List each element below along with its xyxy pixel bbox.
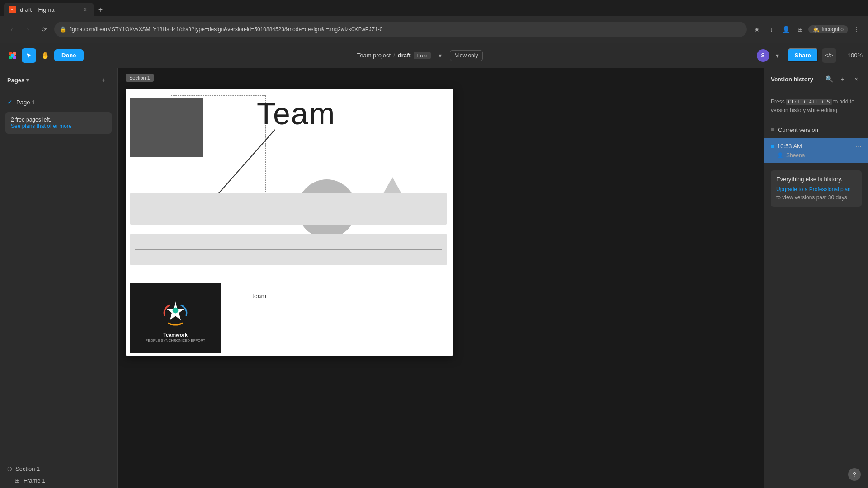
- add-page-btn[interactable]: +: [97, 74, 110, 86]
- version-add-btn[interactable]: +: [837, 74, 848, 84]
- teamwork-image: Teamwork PEOPLE SYNCHRONIZED EFFORT: [130, 283, 221, 353]
- avatar-dropdown[interactable]: ▾: [771, 49, 784, 62]
- svg-point-10: [173, 308, 179, 314]
- url-text: figma.com/file/nMSTY1OKvvXSMLY18HsH41/dr…: [69, 26, 741, 33]
- pages-header: Pages ▾ +: [0, 68, 117, 92]
- current-version-dot: [771, 128, 774, 131]
- tab-close-btn[interactable]: ×: [81, 6, 89, 13]
- page-item-1[interactable]: ✓ Page 1: [0, 96, 117, 108]
- browser-chrome: F draft – Figma × + ‹ › ⟳ 🔒 figma.com/fi…: [0, 0, 868, 43]
- nav-actions: ★ ↓ 👤 ⊞ 🕵 Incognito ⋮: [750, 23, 863, 36]
- free-pages-title: 2 free pages left.: [11, 117, 106, 123]
- frame-icon: ⊞: [14, 477, 20, 484]
- browser-tabs: F draft – Figma × +: [0, 0, 868, 16]
- team-label: team: [252, 292, 266, 300]
- new-tab-button[interactable]: +: [94, 4, 107, 16]
- free-badge: Free: [414, 52, 431, 59]
- back-button[interactable]: ‹: [5, 23, 18, 36]
- layers-list: ⬡ Section 1 ⊞ Frame 1: [0, 461, 117, 488]
- version-history-panel: Version history 🔍 + × Press Ctrl + Alt +…: [764, 68, 868, 488]
- user-avatar[interactable]: S: [757, 49, 769, 62]
- incognito-badge: 🕵 Incognito: [808, 25, 848, 33]
- section-tooltip: Section 1: [126, 74, 154, 82]
- incognito-label: Incognito: [821, 26, 844, 33]
- share-button[interactable]: Share: [788, 48, 818, 62]
- browser-nav: ‹ › ⟳ 🔒 figma.com/file/nMSTY1OKvvXSMLY18…: [0, 16, 868, 42]
- frame-1-layer[interactable]: ⊞ Frame 1: [0, 474, 117, 486]
- main-toolbar: ✋ Done Team project / draft Free ▾ View …: [0, 43, 868, 68]
- forward-button[interactable]: ›: [22, 23, 34, 36]
- version-panel-actions: 🔍 + ×: [824, 74, 862, 84]
- current-version-label: Current version: [778, 127, 818, 133]
- refresh-button[interactable]: ⟳: [38, 23, 51, 36]
- gray-bar-2: [130, 234, 447, 265]
- version-panel-header: Version history 🔍 + ×: [764, 68, 868, 90]
- project-name: Team project: [357, 52, 391, 59]
- frame-layer-label: Frame 1: [24, 477, 45, 484]
- pages-title: Pages ▾: [7, 77, 29, 84]
- svg-text:F: F: [11, 8, 13, 11]
- shortcut-badge: Ctrl + Alt + S: [786, 99, 832, 105]
- lock-icon: 🔒: [60, 26, 66, 33]
- done-button[interactable]: Done: [54, 49, 84, 61]
- tab-favicon: F: [9, 6, 16, 13]
- code-view-btn[interactable]: </>: [822, 48, 836, 63]
- free-pages-notice: 2 free pages left. See plans that offer …: [5, 112, 112, 134]
- section-layer-label: Section 1: [15, 465, 40, 472]
- zoom-label[interactable]: 100%: [848, 52, 863, 59]
- version-info-message: Press Ctrl + Alt + S to add to version h…: [764, 90, 868, 122]
- current-version-row[interactable]: Current version: [764, 122, 868, 138]
- free-dropdown[interactable]: ▾: [434, 49, 446, 62]
- breadcrumb: Team project / draft Free ▾: [357, 49, 447, 62]
- team-handwriting: Team: [257, 98, 335, 129]
- design-canvas: Team: [126, 89, 453, 356]
- upgrade-link[interactable]: Upgrade to a Professional plan: [776, 186, 851, 192]
- see-plans-link[interactable]: See plans that offer more: [11, 123, 106, 129]
- version-row-top: 10:53 AM ···: [771, 142, 862, 150]
- toolbar-center: Team project / draft Free ▾ View only: [87, 49, 753, 62]
- incognito-icon: 🕵: [813, 26, 820, 33]
- tool-section-left: ✋ Done: [5, 48, 84, 63]
- left-sidebar: Pages ▾ + ✓ Page 1 2 free pages left. Se…: [0, 68, 118, 488]
- everything-else-title: Everything else is history.: [776, 176, 856, 183]
- toolbar-divider: [842, 50, 842, 61]
- page-label: Page 1: [16, 99, 35, 106]
- version-dot: [771, 145, 774, 148]
- pages-list: ✓ Page 1 2 free pages left. See plans th…: [0, 92, 117, 461]
- everything-else-box: Everything else is history. Upgrade to a…: [771, 170, 862, 207]
- extensions-button[interactable]: ⊞: [794, 23, 807, 36]
- section-1-layer[interactable]: ⬡ Section 1: [0, 463, 117, 474]
- breadcrumb-separator: /: [393, 52, 395, 59]
- view-only-btn[interactable]: View only: [450, 50, 483, 61]
- version-time: 10:53 AM: [771, 143, 802, 150]
- version-panel-title: Version history: [771, 76, 813, 83]
- version-close-btn[interactable]: ×: [851, 74, 862, 84]
- menu-button[interactable]: ⋮: [850, 23, 863, 36]
- address-bar[interactable]: 🔒 figma.com/file/nMSTY1OKvvXSMLY18HsH41/…: [54, 22, 747, 37]
- version-user-name: Sheena: [786, 152, 805, 159]
- svg-point-6: [11, 54, 14, 57]
- version-user: 👤 Sheena: [771, 152, 862, 159]
- gray-bar-1: [130, 193, 447, 225]
- download-button[interactable]: ↓: [765, 23, 778, 36]
- file-name[interactable]: draft: [398, 52, 411, 59]
- app-layout: ✋ Done Team project / draft Free ▾ View …: [0, 43, 868, 488]
- canvas-area[interactable]: Section 1 Frame Team: [118, 68, 764, 488]
- profile-button[interactable]: 👤: [779, 23, 792, 36]
- page-check-icon: ✓: [7, 99, 13, 106]
- tab-title: draft – Figma: [20, 6, 55, 13]
- user-icon: 👤: [777, 152, 783, 158]
- move-tool-btn[interactable]: [22, 48, 36, 63]
- everything-else-desc: Upgrade to a Professional plan to view v…: [776, 185, 856, 202]
- active-tab[interactable]: F draft – Figma ×: [4, 3, 94, 16]
- section-icon: ⬡: [7, 466, 12, 472]
- toolbar-right: S ▾ Share </> 100%: [757, 48, 863, 63]
- help-button[interactable]: ?: [848, 468, 861, 481]
- bookmark-button[interactable]: ★: [750, 23, 763, 36]
- version-search-btn[interactable]: 🔍: [824, 74, 835, 84]
- figma-menu-btn[interactable]: [5, 48, 20, 63]
- hand-tool-btn[interactable]: ✋: [38, 48, 52, 63]
- version-more-btn[interactable]: ···: [856, 142, 862, 150]
- version-list: Current version 10:53 AM ··· 👤 Sheena Ev…: [764, 122, 868, 488]
- version-row-1053[interactable]: 10:53 AM ··· 👤 Sheena: [764, 138, 868, 163]
